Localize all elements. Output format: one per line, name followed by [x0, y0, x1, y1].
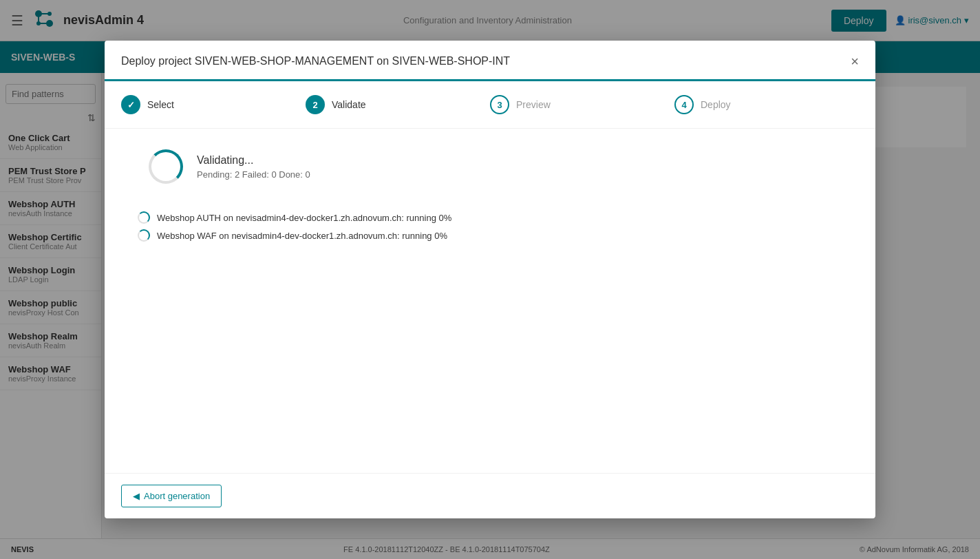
modal-title: Deploy project SIVEN-WEB-SHOP-MANAGEMENT…	[121, 55, 510, 67]
step-4: 4 Deploy	[674, 95, 859, 114]
step-2-circle: 2	[306, 95, 325, 114]
loading-spinner	[149, 149, 183, 184]
abort-label: Abort generation	[144, 491, 210, 501]
step-1-circle: ✓	[121, 95, 140, 114]
modal: Deploy project SIVEN-WEB-SHOP-MANAGEMENT…	[105, 41, 875, 518]
step-4-label: Deploy	[701, 99, 731, 110]
spinner-section: Validating... Pending: 2 Failed: 0 Done:…	[121, 149, 859, 184]
abort-generation-button[interactable]: ◀ Abort generation	[121, 485, 222, 507]
spinner-text: Validating... Pending: 2 Failed: 0 Done:…	[197, 154, 310, 180]
validation-item: Webshop WAF on nevisadmin4-dev-docker1.z…	[138, 229, 859, 242]
step-4-circle: 4	[674, 95, 694, 114]
validation-text: Webshop AUTH on nevisadmin4-dev-docker1.…	[157, 213, 451, 223]
step-1: ✓ Select	[121, 95, 306, 114]
step-2-label: Validate	[332, 99, 366, 110]
step-3: 3 Preview	[490, 95, 674, 114]
modal-body: Validating... Pending: 2 Failed: 0 Done:…	[105, 129, 875, 473]
step-1-label: Select	[147, 99, 174, 110]
steps-bar: ✓ Select 2 Validate 3 Preview 4 Deploy	[105, 81, 875, 129]
step-2: 2 Validate	[306, 95, 490, 114]
validation-list: Webshop AUTH on nevisadmin4-dev-docker1.…	[121, 211, 859, 242]
validation-item: Webshop AUTH on nevisadmin4-dev-docker1.…	[138, 211, 859, 224]
validation-spinner	[138, 211, 150, 224]
modal-header: Deploy project SIVEN-WEB-SHOP-MANAGEMENT…	[105, 41, 875, 81]
validation-spinner	[138, 229, 150, 242]
modal-footer: ◀ Abort generation	[105, 473, 875, 518]
spinner-main-text: Validating...	[197, 154, 310, 167]
abort-back-icon: ◀	[133, 491, 140, 501]
modal-close-button[interactable]: ×	[851, 54, 859, 68]
modal-overlay: Deploy project SIVEN-WEB-SHOP-MANAGEMENT…	[0, 0, 980, 559]
validation-text: Webshop WAF on nevisadmin4-dev-docker1.z…	[157, 231, 447, 241]
step-3-circle: 3	[490, 95, 509, 114]
step-3-label: Preview	[516, 99, 551, 110]
spinner-sub-text: Pending: 2 Failed: 0 Done: 0	[197, 169, 310, 180]
